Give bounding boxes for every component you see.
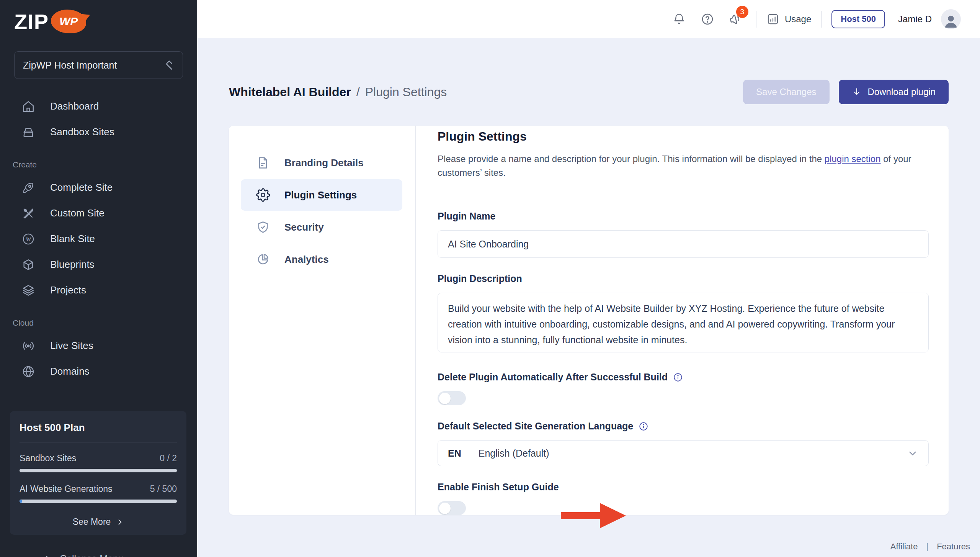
- plan-pill-button[interactable]: Host 500: [831, 10, 885, 28]
- plan-value-generations: 5 / 500: [150, 484, 177, 494]
- plugin-description-label: Plugin Description: [438, 273, 929, 284]
- breadcrumb-row: Whitelabel AI Builder / Plugin Settings …: [229, 80, 949, 104]
- chevron-down-icon: [907, 447, 918, 459]
- layers-icon: [22, 284, 35, 297]
- delete-plugin-toggle-label: Delete Plugin Automatically After Succes…: [438, 372, 929, 383]
- breadcrumb: Whitelabel AI Builder / Plugin Settings: [229, 85, 447, 99]
- wp-flame-icon: WP: [51, 10, 86, 33]
- plugin-name-label: Plugin Name: [438, 211, 929, 222]
- tab-plugin-settings[interactable]: Plugin Settings: [241, 179, 402, 211]
- plugin-settings-panel: Plugin Settings Please provide a name an…: [416, 126, 949, 515]
- progress-bar-sandbox: [20, 469, 177, 472]
- help-button[interactable]: [697, 9, 718, 29]
- page-content: Whitelabel AI Builder / Plugin Settings …: [197, 38, 980, 557]
- announcements-button[interactable]: 3: [725, 9, 746, 29]
- cube-icon: [22, 258, 35, 271]
- progress-bar-generations: [20, 500, 177, 503]
- svg-text:W: W: [26, 236, 31, 242]
- app-root: ZIP WP ZipWP Host Important Dashboard Sa…: [0, 0, 980, 557]
- breadcrumb-primary[interactable]: Whitelabel AI Builder: [229, 85, 351, 99]
- settings-card: Branding Details Plugin Settings Securit…: [229, 126, 949, 515]
- topbar-divider: [756, 11, 756, 28]
- download-icon: [852, 87, 862, 97]
- help-circle-icon: [701, 13, 714, 26]
- plugin-description-textarea[interactable]: [438, 293, 929, 352]
- user-name: Jamie D: [898, 14, 932, 25]
- finish-setup-guide-toggle[interactable]: [438, 501, 466, 515]
- usage-button[interactable]: Usage: [766, 13, 811, 26]
- plan-row-generations: AI Website Generations 5 / 500: [20, 484, 177, 494]
- sidebar-section-create: Create: [0, 145, 197, 175]
- sidebar-item-live-sites[interactable]: Live Sites: [0, 333, 197, 359]
- plan-row-sandbox: Sandbox Sites 0 / 2: [20, 453, 177, 464]
- tab-analytics[interactable]: Analytics: [241, 244, 402, 275]
- save-changes-button[interactable]: Save Changes: [743, 80, 829, 104]
- collapse-icon: [42, 554, 53, 557]
- sidebar-item-dashboard[interactable]: Dashboard: [0, 93, 197, 119]
- features-link[interactable]: Features: [937, 542, 970, 552]
- sidebar-nav: Dashboard Sandbox Sites Create Complete …: [0, 93, 197, 384]
- footer-separator: |: [926, 542, 928, 552]
- plan-title: Host 500 Plan: [20, 422, 177, 434]
- delete-plugin-toggle[interactable]: [438, 391, 466, 405]
- breadcrumb-secondary: Plugin Settings: [365, 85, 447, 99]
- see-more-link[interactable]: See More: [20, 517, 177, 527]
- home-icon: [22, 100, 35, 113]
- usage-chart-icon: [766, 13, 779, 26]
- section-divider: [438, 193, 929, 193]
- download-plugin-button[interactable]: Download plugin: [839, 80, 949, 104]
- sidebar-item-custom-site[interactable]: Custom Site: [0, 200, 197, 226]
- notifications-button[interactable]: [669, 9, 689, 29]
- sidebar-item-sandbox-sites[interactable]: Sandbox Sites: [0, 119, 197, 145]
- language-label: Default Selected Site Generation Languag…: [438, 421, 929, 432]
- settings-nav: Branding Details Plugin Settings Securit…: [229, 126, 416, 515]
- sidebar-item-domains[interactable]: Domains: [0, 359, 197, 384]
- gear-icon: [256, 188, 270, 202]
- sidebar-item-collapse-menu[interactable]: Collapse Menu: [42, 553, 124, 557]
- finish-guide-label: Enable Finish Setup Guide: [438, 482, 929, 493]
- footer-links: Affiliate | Features: [890, 542, 970, 552]
- sidebar-item-projects[interactable]: Projects: [0, 277, 197, 303]
- select-separator: [470, 447, 470, 459]
- panel-description: Please provide a name and description fo…: [438, 152, 912, 180]
- panel-title: Plugin Settings: [438, 129, 929, 144]
- sidebar-item-blueprints[interactable]: Blueprints: [0, 252, 197, 277]
- wordpress-icon: W: [22, 233, 35, 246]
- bell-icon: [673, 13, 686, 26]
- globe-icon: [22, 365, 35, 378]
- info-icon[interactable]: [673, 372, 683, 382]
- sidebar-item-blank-site[interactable]: W Blank Site: [0, 226, 197, 252]
- broadcast-icon: [22, 339, 35, 352]
- chevron-right-icon: [116, 518, 124, 526]
- language-value: English (Default): [479, 448, 907, 459]
- main-area: 3 Usage Host 500 Jamie D Whitelabel AI B…: [197, 0, 980, 557]
- tab-branding-details[interactable]: Branding Details: [241, 147, 402, 179]
- rocket-icon: [22, 181, 35, 194]
- sidebar-item-complete-site[interactable]: Complete Site: [0, 175, 197, 200]
- topbar: 3 Usage Host 500 Jamie D: [197, 0, 980, 38]
- topbar-divider: [821, 11, 822, 28]
- workspace-label: ZipWP Host Important: [23, 60, 117, 71]
- avatar[interactable]: [941, 9, 961, 29]
- language-select[interactable]: EN English (Default): [438, 440, 929, 466]
- chevron-up-down-icon: [164, 59, 174, 71]
- pie-chart-icon: [256, 252, 270, 266]
- info-icon[interactable]: [639, 421, 648, 431]
- zipwp-logo[interactable]: ZIP WP: [0, 0, 197, 35]
- design-tools-icon: [22, 207, 35, 220]
- plan-divider: [20, 442, 177, 442]
- plan-usage-card: Host 500 Plan Sandbox Sites 0 / 2 AI Web…: [10, 411, 186, 535]
- notification-count-badge: 3: [736, 6, 748, 18]
- document-icon: [256, 156, 270, 170]
- sidebar-section-cloud: Cloud: [0, 303, 197, 333]
- workspace-selector[interactable]: ZipWP Host Important: [14, 51, 183, 79]
- plugin-section-link[interactable]: plugin section: [825, 154, 881, 164]
- affiliate-link[interactable]: Affiliate: [890, 542, 918, 552]
- page-actions: Save Changes Download plugin: [743, 80, 949, 104]
- language-code: EN: [448, 448, 461, 459]
- sandbox-icon: [22, 126, 35, 139]
- plugin-name-input[interactable]: [438, 230, 929, 258]
- tab-security[interactable]: Security: [241, 211, 402, 243]
- sidebar: ZIP WP ZipWP Host Important Dashboard Sa…: [0, 0, 197, 557]
- logo-text: ZIP: [14, 9, 49, 34]
